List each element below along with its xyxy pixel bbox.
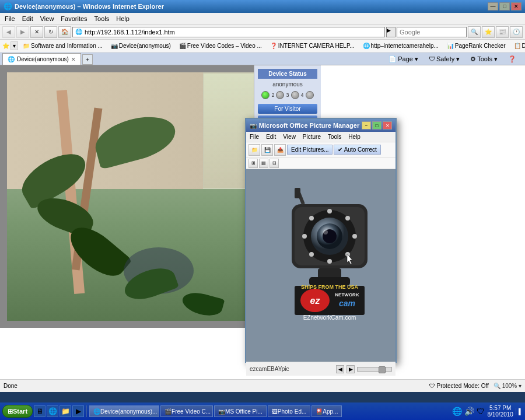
fav-camera-url-label: http–internetcamerahelp...	[371, 43, 439, 49]
fav-dashboard[interactable]: 📋 Dashboard	[510, 41, 525, 50]
pm-maximize-button[interactable]: □	[372, 121, 382, 130]
fav-pagerank[interactable]: 📊 PageRank Checker	[443, 41, 509, 50]
back-button[interactable]: ◀	[2, 26, 15, 38]
pm-menu-file[interactable]: File	[246, 133, 262, 141]
page-icon: 📄	[388, 55, 397, 63]
show-desktop-icon[interactable]: ▌	[516, 408, 523, 415]
quicklaunch-explorer[interactable]: 📁	[60, 405, 71, 417]
quicklaunch-ie[interactable]: 🌐	[47, 405, 58, 417]
pm-status-bar: ezcamEBAYpic ◀ ▶	[246, 362, 396, 376]
svg-point-4	[345, 216, 350, 220]
search-button[interactable]: 🔍	[468, 26, 481, 38]
tray-network-icon[interactable]: 🌐	[452, 407, 462, 416]
pm-nav-prev-button[interactable]: ◀	[336, 365, 344, 373]
taskbar-app-5[interactable]: 🎴 App...	[312, 405, 342, 417]
menu-bar: File Edit View Favorites Tools Help	[0, 13, 525, 24]
favorites-star-icon[interactable]: ⭐	[2, 43, 9, 49]
minimize-button[interactable]: —	[488, 2, 498, 10]
pm-filename-label: ezcamEBAYpic	[250, 366, 334, 372]
favorites-add-icon[interactable]: ▾	[10, 41, 18, 50]
tray-security-icon[interactable]: 🛡	[477, 407, 485, 416]
menu-edit[interactable]: Edit	[19, 14, 37, 23]
maximize-button[interactable]: □	[499, 2, 510, 10]
menu-view[interactable]: View	[37, 14, 58, 23]
fav-pagerank-icon: 📊	[447, 43, 454, 49]
fav-software-label: Software and Information ...	[31, 43, 103, 49]
pm-menu-view[interactable]: View	[279, 133, 299, 141]
pm-slider-thumb[interactable]	[379, 366, 386, 373]
svg-text:EZnetworkCam.com: EZnetworkCam.com	[303, 314, 356, 321]
taskbar-app-ie[interactable]: 🌐 Device(anonymous)...	[89, 405, 159, 417]
help-icon-button[interactable]: ❓	[504, 54, 520, 64]
stop-button[interactable]: ✕	[30, 26, 43, 38]
taskbar-app-label: Device(anonymous)...	[100, 408, 157, 415]
pm-tool-1[interactable]: 📁	[249, 144, 260, 156]
fav-camera-url-icon: 🌐	[363, 43, 370, 49]
fav-camera-url[interactable]: 🌐 http–internetcamerahelp...	[359, 41, 442, 50]
taskbar-app-3[interactable]: 📷 MS Office Pi...	[214, 405, 267, 417]
tab-device[interactable]: 🌐 Device(anonymous) ✕	[2, 53, 81, 65]
history-button[interactable]: 🕐	[510, 26, 523, 38]
zoom-level[interactable]: 🔍 100% ▾	[494, 383, 522, 389]
pm-slider[interactable]	[357, 367, 392, 372]
start-button[interactable]: ⊞ Start	[2, 405, 33, 418]
fav-camera-help-label: INTERNET CAMERA HELP...	[278, 43, 355, 49]
quicklaunch-media[interactable]: ▶	[72, 405, 84, 417]
taskbar-app-2[interactable]: 🎬 Free Video C...	[160, 405, 213, 417]
ind-num-2: 2	[271, 92, 274, 98]
fav-camera-help[interactable]: ❓ INTERNET CAMERA HELP...	[267, 41, 358, 50]
menu-tools[interactable]: Tools	[91, 14, 113, 23]
indicator-1-green	[261, 91, 270, 99]
pm-edit-pictures-button[interactable]: Edit Pictures...	[287, 145, 332, 155]
pm-view-2-button[interactable]: ▤	[259, 159, 268, 168]
menu-file[interactable]: File	[1, 14, 19, 23]
pm-menu-picture[interactable]: Picture	[299, 133, 324, 141]
fav-software[interactable]: 📁 Software and Information ...	[19, 41, 106, 50]
favorites-toggle[interactable]: ⭐	[482, 26, 495, 38]
refresh-button[interactable]: ↻	[44, 26, 57, 38]
pm-title-bar[interactable]: 📷 Microsoft Office Picture Manager − □ ✕	[246, 119, 396, 132]
tab-close-icon[interactable]: ✕	[71, 57, 76, 62]
page-button[interactable]: 📄 Page ▾	[384, 54, 422, 64]
quicklaunch-show-desktop[interactable]: 🖥	[34, 405, 46, 417]
pm-view-3-button[interactable]: ⊟	[270, 159, 279, 168]
visitor-button[interactable]: For Visitor	[258, 104, 317, 114]
camera-product-svg: SHIPS FROM THE USA ez NETWORK cam EZnetw…	[262, 187, 379, 344]
pm-view-1-button[interactable]: ⊞	[249, 159, 258, 168]
taskbar-icon-2: 🎬	[164, 408, 172, 415]
taskbar-app-4[interactable]: 🖼 Photo Ed...	[268, 405, 310, 417]
go-button[interactable]: ▶	[386, 27, 396, 37]
rss-button[interactable]: 📰	[496, 26, 509, 38]
address-bar[interactable]: 🌐 http://192.168.1.112/index1.htm	[72, 27, 385, 37]
pm-menu-help[interactable]: Help	[345, 133, 364, 141]
home-button[interactable]: 🏠	[58, 26, 71, 38]
close-button[interactable]: ✕	[511, 2, 522, 10]
pm-nav-next-button[interactable]: ▶	[346, 365, 355, 373]
clock-display[interactable]: 5:57 PM 8/10/2010	[487, 405, 513, 418]
windows-icon: ⊞	[8, 408, 13, 415]
taskbar-icon-5: 🎴	[316, 408, 323, 415]
pm-minimize-button[interactable]: −	[362, 121, 371, 130]
pm-auto-correct-button[interactable]: ✔ Auto Correct	[334, 145, 380, 155]
pm-menu-tools[interactable]: Tools	[324, 133, 345, 141]
safety-button[interactable]: 🛡 Safety ▾	[425, 54, 464, 64]
pm-toolbar-2: ⊞ ▤ ⊟	[246, 158, 396, 169]
menu-help[interactable]: Help	[113, 14, 133, 23]
help-icon: ❓	[508, 55, 516, 63]
pm-tool-3[interactable]: 📤	[274, 144, 286, 156]
tab-icon: 🌐	[8, 56, 15, 62]
menu-favorites[interactable]: Favorites	[57, 14, 90, 23]
pm-menu-edit[interactable]: Edit	[262, 133, 279, 141]
window-title-bar[interactable]: 🌐 Device(anonymous) – Windows Internet E…	[0, 0, 525, 13]
fav-dashboard-icon: 📋	[514, 43, 521, 49]
pm-close-button[interactable]: ✕	[383, 121, 392, 130]
forward-button[interactable]: ▶	[16, 26, 29, 38]
pm-tool-2[interactable]: 💾	[261, 144, 273, 156]
taskbar-label-4: Photo Ed...	[278, 408, 306, 415]
new-tab-button[interactable]: +	[82, 54, 93, 65]
tray-volume-icon[interactable]: 🔊	[464, 407, 474, 416]
search-input[interactable]	[397, 27, 467, 37]
fav-device[interactable]: 📷 Device(anonymous)	[107, 41, 174, 50]
fav-video[interactable]: 🎬 Free Video Codes – Video ...	[176, 41, 265, 50]
tools-button[interactable]: ⚙ Tools ▾	[466, 54, 502, 64]
